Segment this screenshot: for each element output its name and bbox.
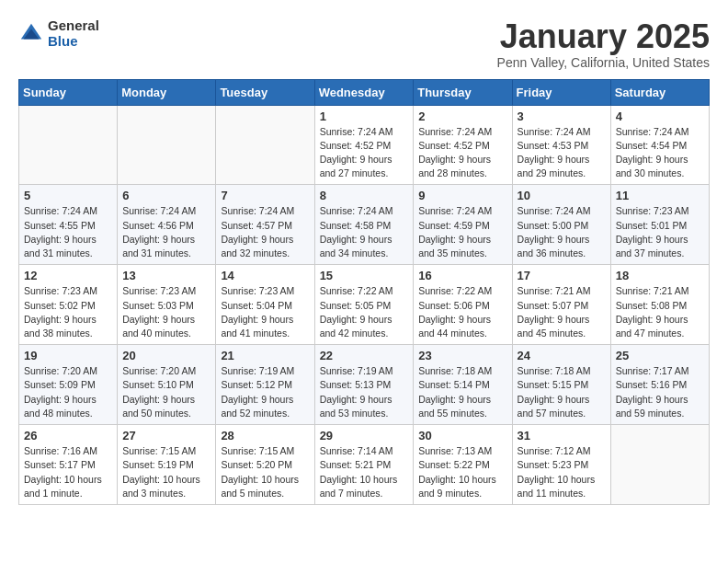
- calendar-cell: 27Sunrise: 7:15 AM Sunset: 5:19 PM Dayli…: [118, 425, 216, 505]
- calendar-cell: 9Sunrise: 7:24 AM Sunset: 4:59 PM Daylig…: [414, 185, 512, 265]
- calendar-cell: 6Sunrise: 7:24 AM Sunset: 4:56 PM Daylig…: [118, 185, 216, 265]
- calendar-cell: 1Sunrise: 7:24 AM Sunset: 4:52 PM Daylig…: [314, 105, 414, 185]
- week-row-5: 26Sunrise: 7:16 AM Sunset: 5:17 PM Dayli…: [19, 425, 710, 505]
- day-number: 11: [616, 189, 704, 202]
- day-number: 19: [24, 349, 112, 362]
- calendar-cell: 2Sunrise: 7:24 AM Sunset: 4:52 PM Daylig…: [414, 105, 512, 185]
- cell-content: Sunrise: 7:21 AM Sunset: 5:08 PM Dayligh…: [616, 284, 704, 340]
- logo-blue-text: Blue: [48, 34, 99, 50]
- day-number: 9: [418, 189, 506, 202]
- cell-content: Sunrise: 7:24 AM Sunset: 4:58 PM Dayligh…: [320, 204, 409, 260]
- cell-content: Sunrise: 7:14 AM Sunset: 5:21 PM Dayligh…: [320, 444, 409, 500]
- calendar-header: Sunday Monday Tuesday Wednesday Thursday…: [19, 79, 710, 105]
- logo-general-text: General: [48, 18, 99, 34]
- col-tuesday: Tuesday: [216, 79, 314, 105]
- col-sunday: Sunday: [19, 79, 118, 105]
- day-number: 2: [418, 109, 506, 123]
- col-wednesday: Wednesday: [314, 79, 414, 105]
- calendar-cell: [118, 105, 216, 185]
- calendar-cell: [19, 105, 118, 185]
- cell-content: Sunrise: 7:20 AM Sunset: 5:09 PM Dayligh…: [24, 364, 112, 420]
- day-number: 30: [418, 429, 506, 442]
- cell-content: Sunrise: 7:15 AM Sunset: 5:20 PM Dayligh…: [221, 444, 309, 500]
- cell-content: Sunrise: 7:23 AM Sunset: 5:04 PM Dayligh…: [221, 284, 309, 340]
- month-title: January 2025: [497, 18, 710, 55]
- calendar-cell: 29Sunrise: 7:14 AM Sunset: 5:21 PM Dayli…: [314, 425, 414, 505]
- day-number: 14: [221, 269, 309, 282]
- week-row-4: 19Sunrise: 7:20 AM Sunset: 5:09 PM Dayli…: [19, 345, 710, 425]
- day-number: 13: [122, 269, 210, 282]
- cell-content: Sunrise: 7:15 AM Sunset: 5:19 PM Dayligh…: [122, 444, 210, 500]
- cell-content: Sunrise: 7:23 AM Sunset: 5:03 PM Dayligh…: [122, 284, 210, 340]
- day-number: 1: [320, 109, 409, 123]
- calendar-cell: 19Sunrise: 7:20 AM Sunset: 5:09 PM Dayli…: [19, 345, 118, 425]
- calendar-cell: 25Sunrise: 7:17 AM Sunset: 5:16 PM Dayli…: [610, 345, 709, 425]
- day-number: 7: [221, 189, 309, 202]
- cell-content: Sunrise: 7:13 AM Sunset: 5:22 PM Dayligh…: [418, 444, 506, 500]
- cell-content: Sunrise: 7:24 AM Sunset: 4:55 PM Dayligh…: [24, 204, 112, 260]
- day-number: 18: [616, 269, 704, 282]
- calendar-cell: 11Sunrise: 7:23 AM Sunset: 5:01 PM Dayli…: [610, 185, 709, 265]
- day-number: 23: [418, 349, 506, 362]
- day-number: 4: [616, 109, 704, 123]
- calendar-cell: 28Sunrise: 7:15 AM Sunset: 5:20 PM Dayli…: [216, 425, 314, 505]
- logo-text: General Blue: [48, 18, 99, 49]
- calendar-cell: 26Sunrise: 7:16 AM Sunset: 5:17 PM Dayli…: [19, 425, 118, 505]
- col-saturday: Saturday: [610, 79, 709, 105]
- calendar-cell: 31Sunrise: 7:12 AM Sunset: 5:23 PM Dayli…: [512, 425, 610, 505]
- calendar-cell: 12Sunrise: 7:23 AM Sunset: 5:02 PM Dayli…: [19, 265, 118, 345]
- cell-content: Sunrise: 7:21 AM Sunset: 5:07 PM Dayligh…: [518, 284, 606, 340]
- cell-content: Sunrise: 7:19 AM Sunset: 5:13 PM Dayligh…: [320, 364, 409, 420]
- day-number: 17: [518, 269, 606, 282]
- day-number: 29: [320, 429, 409, 442]
- calendar-cell: [216, 105, 314, 185]
- col-monday: Monday: [118, 79, 216, 105]
- day-number: 27: [122, 429, 210, 442]
- day-number: 6: [122, 189, 210, 202]
- calendar-cell: 16Sunrise: 7:22 AM Sunset: 5:06 PM Dayli…: [414, 265, 512, 345]
- logo: General Blue: [18, 18, 99, 49]
- day-number: 16: [418, 269, 506, 282]
- week-row-1: 1Sunrise: 7:24 AM Sunset: 4:52 PM Daylig…: [19, 105, 710, 185]
- calendar-body: 1Sunrise: 7:24 AM Sunset: 4:52 PM Daylig…: [19, 105, 710, 504]
- calendar-cell: 10Sunrise: 7:24 AM Sunset: 5:00 PM Dayli…: [512, 185, 610, 265]
- cell-content: Sunrise: 7:16 AM Sunset: 5:17 PM Dayligh…: [24, 444, 112, 500]
- day-number: 12: [24, 269, 112, 282]
- calendar-cell: 22Sunrise: 7:19 AM Sunset: 5:13 PM Dayli…: [314, 345, 414, 425]
- day-number: 31: [518, 429, 606, 442]
- cell-content: Sunrise: 7:24 AM Sunset: 4:54 PM Dayligh…: [616, 125, 704, 181]
- title-area: January 2025 Penn Valley, California, Un…: [497, 18, 710, 70]
- day-number: 20: [122, 349, 210, 362]
- col-thursday: Thursday: [414, 79, 512, 105]
- day-number: 10: [518, 189, 606, 202]
- calendar-cell: 8Sunrise: 7:24 AM Sunset: 4:58 PM Daylig…: [314, 185, 414, 265]
- cell-content: Sunrise: 7:12 AM Sunset: 5:23 PM Dayligh…: [518, 444, 606, 500]
- calendar-cell: 18Sunrise: 7:21 AM Sunset: 5:08 PM Dayli…: [610, 265, 709, 345]
- cell-content: Sunrise: 7:24 AM Sunset: 4:53 PM Dayligh…: [518, 125, 606, 181]
- week-row-3: 12Sunrise: 7:23 AM Sunset: 5:02 PM Dayli…: [19, 265, 710, 345]
- cell-content: Sunrise: 7:24 AM Sunset: 5:00 PM Dayligh…: [518, 204, 606, 260]
- calendar-cell: 21Sunrise: 7:19 AM Sunset: 5:12 PM Dayli…: [216, 345, 314, 425]
- calendar-cell: 15Sunrise: 7:22 AM Sunset: 5:05 PM Dayli…: [314, 265, 414, 345]
- calendar-cell: 24Sunrise: 7:18 AM Sunset: 5:15 PM Dayli…: [512, 345, 610, 425]
- header-row: Sunday Monday Tuesday Wednesday Thursday…: [19, 79, 710, 105]
- day-number: 22: [320, 349, 409, 362]
- calendar-cell: [610, 425, 709, 505]
- cell-content: Sunrise: 7:17 AM Sunset: 5:16 PM Dayligh…: [616, 364, 704, 420]
- calendar-cell: 14Sunrise: 7:23 AM Sunset: 5:04 PM Dayli…: [216, 265, 314, 345]
- cell-content: Sunrise: 7:24 AM Sunset: 4:52 PM Dayligh…: [418, 125, 506, 181]
- cell-content: Sunrise: 7:22 AM Sunset: 5:05 PM Dayligh…: [320, 284, 409, 340]
- cell-content: Sunrise: 7:23 AM Sunset: 5:02 PM Dayligh…: [24, 284, 112, 340]
- cell-content: Sunrise: 7:24 AM Sunset: 4:59 PM Dayligh…: [418, 204, 506, 260]
- calendar-cell: 30Sunrise: 7:13 AM Sunset: 5:22 PM Dayli…: [414, 425, 512, 505]
- cell-content: Sunrise: 7:24 AM Sunset: 4:52 PM Dayligh…: [320, 125, 409, 181]
- calendar-cell: 5Sunrise: 7:24 AM Sunset: 4:55 PM Daylig…: [19, 185, 118, 265]
- cell-content: Sunrise: 7:19 AM Sunset: 5:12 PM Dayligh…: [221, 364, 309, 420]
- day-number: 8: [320, 189, 409, 202]
- day-number: 21: [221, 349, 309, 362]
- cell-content: Sunrise: 7:23 AM Sunset: 5:01 PM Dayligh…: [616, 204, 704, 260]
- day-number: 25: [616, 349, 704, 362]
- calendar-cell: 4Sunrise: 7:24 AM Sunset: 4:54 PM Daylig…: [610, 105, 709, 185]
- day-number: 5: [24, 189, 112, 202]
- day-number: 24: [518, 349, 606, 362]
